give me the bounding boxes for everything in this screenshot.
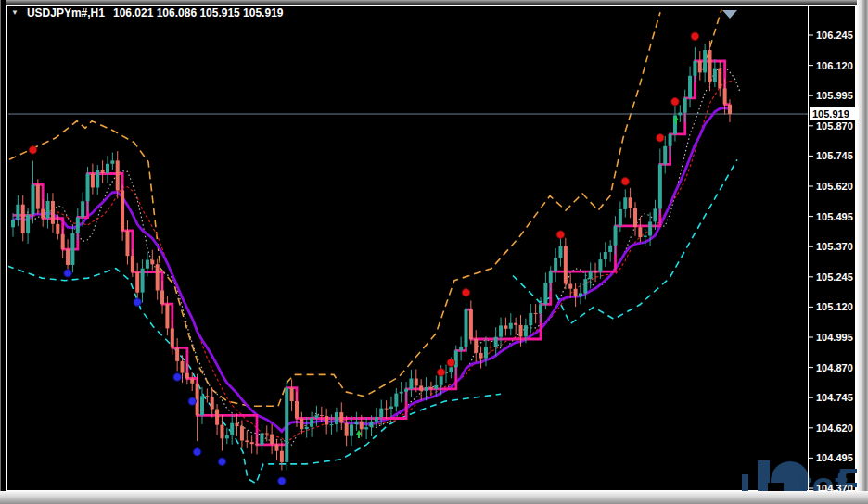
price-axis-label: 104.995 bbox=[816, 331, 861, 344]
candle-body bbox=[11, 220, 15, 228]
candle-body bbox=[534, 313, 538, 314]
candle-body bbox=[171, 328, 174, 347]
candle-body bbox=[678, 113, 682, 116]
price-axis-label: 105.995 bbox=[816, 89, 861, 102]
candle-body bbox=[558, 246, 562, 258]
chart-shift-marker-icon bbox=[722, 10, 737, 19]
candle-body bbox=[21, 205, 25, 233]
candle-body bbox=[598, 259, 602, 272]
candle-body bbox=[568, 284, 572, 289]
candle-body bbox=[150, 260, 154, 265]
candle-body bbox=[543, 283, 547, 304]
candle-body bbox=[713, 69, 717, 82]
candle-body bbox=[51, 201, 55, 224]
candle-body bbox=[280, 451, 284, 462]
candle-body bbox=[354, 422, 358, 424]
candle-body bbox=[211, 397, 214, 410]
candle-body bbox=[230, 423, 234, 435]
sell-signal-dot bbox=[691, 32, 698, 40]
candle-body bbox=[583, 279, 587, 293]
price-axis-label: 105.120 bbox=[816, 300, 861, 313]
candle-body bbox=[400, 392, 403, 394]
candle-body bbox=[459, 346, 463, 350]
candle-body bbox=[146, 260, 149, 269]
price-axis-label: 105.620 bbox=[816, 180, 861, 193]
candle-body bbox=[91, 174, 95, 188]
candle-body bbox=[693, 61, 696, 76]
sell-signal-dot bbox=[621, 178, 629, 185]
price-axis-label: 104.745 bbox=[816, 391, 861, 404]
candle-body bbox=[589, 271, 593, 279]
candle-body bbox=[345, 423, 349, 436]
candle-body bbox=[504, 325, 507, 328]
sell-signal-dot bbox=[437, 369, 444, 376]
candle-body bbox=[574, 289, 578, 296]
candle-body bbox=[688, 76, 692, 98]
candle-body bbox=[479, 353, 483, 359]
candle-body bbox=[96, 170, 99, 188]
chart-ohlc-quotes: 106.021 106.086 105.915 105.919 bbox=[113, 6, 284, 19]
candle-body bbox=[101, 170, 105, 173]
chart-canvas[interactable] bbox=[0, 0, 868, 504]
candle-body bbox=[619, 209, 622, 226]
candle-body bbox=[419, 385, 423, 390]
price-axis-label: 105.495 bbox=[816, 210, 861, 223]
candle-body bbox=[653, 208, 657, 221]
gray-dotted-ma-line bbox=[23, 67, 740, 445]
candle-body bbox=[275, 444, 279, 450]
chart-title-bar: ▼ USDJPYm#,H1 106.021 106.086 105.915 10… bbox=[11, 6, 283, 19]
candle-body bbox=[250, 442, 254, 444]
candle-body bbox=[125, 231, 129, 256]
band-line bbox=[9, 12, 660, 406]
candle-body bbox=[629, 197, 632, 208]
price-axis-label: 106.245 bbox=[816, 29, 861, 42]
candle-body bbox=[375, 417, 378, 422]
candle-body bbox=[320, 415, 324, 416]
candle-body bbox=[61, 234, 65, 249]
buy-signal-dot bbox=[218, 458, 225, 465]
candle-body bbox=[474, 339, 478, 353]
candle-body bbox=[46, 201, 50, 219]
buy-signal-dot bbox=[188, 397, 196, 405]
sell-signal-dot bbox=[462, 289, 469, 296]
candle-body bbox=[404, 389, 408, 392]
sell-signal-dot bbox=[671, 98, 679, 106]
buy-signal-dot bbox=[173, 373, 181, 381]
candle-body bbox=[335, 412, 338, 424]
candle-body bbox=[66, 249, 70, 265]
candle-body bbox=[110, 160, 114, 163]
candle-body bbox=[608, 246, 612, 252]
candle-body bbox=[310, 418, 313, 427]
candle-body bbox=[489, 346, 492, 347]
candle-body bbox=[638, 227, 642, 237]
candle-body bbox=[683, 98, 687, 113]
window-frame-top bbox=[0, 0, 868, 5]
candle-body bbox=[464, 309, 467, 346]
sell-signal-dot bbox=[447, 359, 454, 366]
window-frame-left bbox=[0, 0, 6, 504]
candle-body bbox=[245, 440, 249, 442]
candle-body bbox=[663, 146, 667, 165]
candle-body bbox=[314, 415, 318, 418]
candle-body bbox=[175, 347, 179, 361]
candle-body bbox=[579, 293, 582, 296]
candle-body bbox=[564, 246, 568, 284]
candle-body bbox=[16, 205, 19, 220]
candle-body bbox=[708, 50, 712, 82]
price-axis-label: 106.120 bbox=[816, 59, 861, 72]
candle-body bbox=[469, 309, 473, 339]
red-dashed-ma-line bbox=[18, 82, 734, 443]
green-arrow-signal bbox=[356, 430, 362, 438]
candle-body bbox=[648, 221, 652, 235]
buy-signal-dot bbox=[278, 477, 286, 485]
candle-body bbox=[350, 424, 353, 436]
buy-signal-dot bbox=[134, 298, 141, 306]
candle-body bbox=[181, 361, 185, 373]
candle-body bbox=[240, 426, 244, 440]
candle-body bbox=[644, 236, 647, 238]
symbol-dropdown-icon[interactable]: ▼ bbox=[11, 7, 19, 19]
candle-body bbox=[106, 164, 109, 173]
buy-signal-dot bbox=[193, 448, 200, 456]
candle-body bbox=[394, 394, 398, 407]
candle-body bbox=[484, 346, 488, 358]
